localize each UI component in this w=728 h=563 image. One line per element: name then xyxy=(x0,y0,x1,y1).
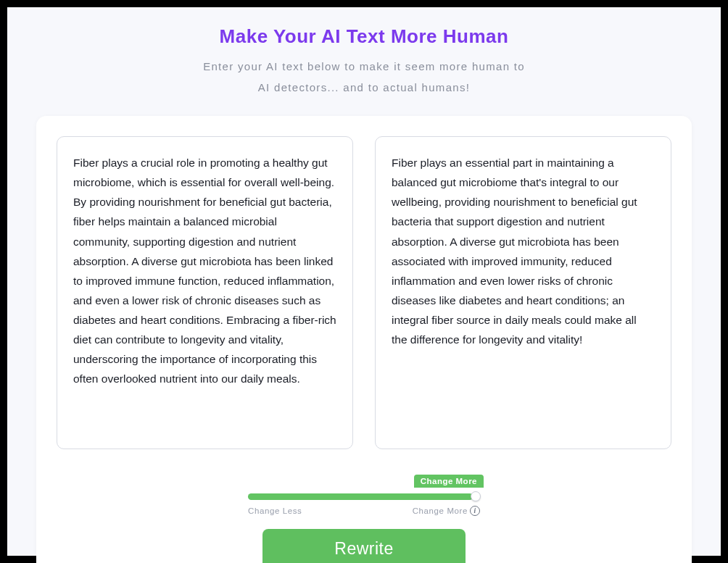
input-textarea[interactable] xyxy=(73,153,336,433)
rewrite-button[interactable]: Rewrite xyxy=(262,529,466,563)
info-icon[interactable]: i xyxy=(470,506,480,516)
change-amount-slider[interactable] xyxy=(248,491,480,501)
slider-controls: Change More Change Less Change More i xyxy=(248,475,480,516)
page-title: Make Your AI Text More Human xyxy=(7,25,721,48)
slider-value-badge: Change More xyxy=(414,475,484,488)
slider-badge-row: Change More xyxy=(248,475,480,488)
slider-thumb[interactable] xyxy=(471,491,481,501)
slider-max-group: Change More i xyxy=(413,506,480,516)
subtitle-line-1: Enter your AI text below to make it seem… xyxy=(7,57,721,78)
slider-max-label: Change More xyxy=(413,506,468,515)
page-subtitle: Enter your AI text below to make it seem… xyxy=(7,57,721,98)
slider-labels: Change Less Change More i xyxy=(248,506,480,516)
header: Make Your AI Text More Human Enter your … xyxy=(7,25,721,98)
text-panels-row: Fiber plays an essential part in maintai… xyxy=(57,136,671,449)
slider-fill xyxy=(248,493,473,500)
page-background: Make Your AI Text More Human Enter your … xyxy=(7,7,721,556)
slider-min-label: Change Less xyxy=(248,506,302,515)
output-panel: Fiber plays an essential part in maintai… xyxy=(375,136,671,449)
output-text: Fiber plays an essential part in maintai… xyxy=(392,153,655,349)
subtitle-line-2: AI detectors... and to actual humans! xyxy=(7,78,721,99)
main-card: Fiber plays an essential part in maintai… xyxy=(36,116,692,563)
input-panel xyxy=(57,136,353,449)
